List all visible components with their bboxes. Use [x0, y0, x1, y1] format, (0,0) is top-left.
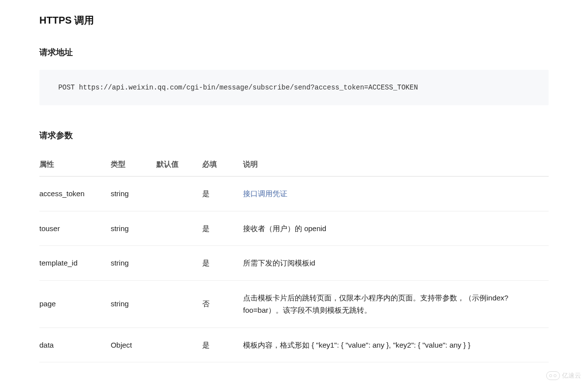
table-row: page string 否 点击模板卡片后的跳转页面，仅限本小程序内的页面。支持… [39, 280, 549, 327]
cell-default [156, 327, 202, 362]
cell-type: string [111, 280, 156, 327]
table-body: access_token string 是 接口调用凭证 touser stri… [39, 177, 549, 362]
table-row: access_token string 是 接口调用凭证 [39, 177, 549, 211]
section-title: HTTPS 调用 [39, 14, 549, 27]
request-url-heading: 请求地址 [39, 47, 549, 58]
th-desc: 说明 [243, 153, 549, 177]
cell-desc: 模板内容，格式形如 { "key1": { "value": any }, "k… [243, 327, 549, 362]
cell-type: string [111, 177, 156, 211]
cell-default [156, 211, 202, 246]
cell-desc: 所需下发的订阅模板id [243, 246, 549, 281]
request-params-heading: 请求参数 [39, 130, 549, 141]
cell-required: 是 [202, 211, 243, 246]
watermark-text: 亿速云 [562, 371, 581, 380]
cell-required: 否 [202, 280, 243, 327]
cell-type: string [111, 246, 156, 281]
th-attr: 属性 [39, 153, 111, 177]
cell-default [156, 177, 202, 211]
cell-type: Object [111, 327, 156, 362]
cell-desc: 接口调用凭证 [243, 177, 549, 211]
th-required: 必填 [202, 153, 243, 177]
params-table: 属性 类型 默认值 必填 说明 access_token string 是 接口… [39, 153, 549, 362]
cell-attr: access_token [39, 177, 111, 211]
cell-type: string [111, 211, 156, 246]
watermark: 亿速云 [546, 371, 581, 380]
cloud-icon [546, 371, 560, 380]
table-head: 属性 类型 默认值 必填 说明 [39, 153, 549, 177]
cell-required: 是 [202, 246, 243, 281]
code-block: POST https://api.weixin.qq.com/cgi-bin/m… [39, 70, 549, 105]
cell-desc: 点击模板卡片后的跳转页面，仅限本小程序内的页面。支持带参数，（示例index?f… [243, 280, 549, 327]
credential-link[interactable]: 接口调用凭证 [243, 189, 287, 198]
cell-attr: template_id [39, 246, 111, 281]
cell-desc: 接收者（用户）的 openid [243, 211, 549, 246]
cell-attr: page [39, 280, 111, 327]
cell-default [156, 280, 202, 327]
table-row: touser string 是 接收者（用户）的 openid [39, 211, 549, 246]
cell-required: 是 [202, 327, 243, 362]
page-container: HTTPS 调用 请求地址 POST https://api.weixin.qq… [0, 0, 588, 385]
cell-attr: data [39, 327, 111, 362]
cell-attr: touser [39, 211, 111, 246]
th-type: 类型 [111, 153, 156, 177]
cell-required: 是 [202, 177, 243, 211]
cell-default [156, 246, 202, 281]
th-default: 默认值 [156, 153, 202, 177]
table-row: template_id string 是 所需下发的订阅模板id [39, 246, 549, 281]
table-row: data Object 是 模板内容，格式形如 { "key1": { "val… [39, 327, 549, 362]
